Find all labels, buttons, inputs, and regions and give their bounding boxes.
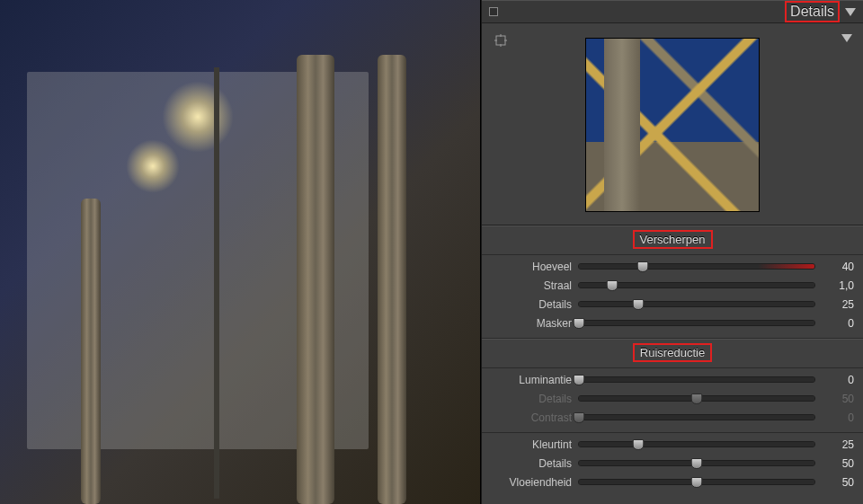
photo-light [162, 81, 234, 153]
preview-collapse-icon[interactable] [841, 34, 852, 42]
slider-red-zone [758, 264, 814, 269]
noise-header: Ruisreductie [482, 340, 863, 368]
detail-preview-thumb[interactable] [585, 38, 760, 212]
noise-color-detail-row: Details 50 [491, 454, 854, 473]
photo-tree [81, 199, 101, 504]
noise-lum-contrast-label: Contrast [491, 411, 572, 424]
noise-title: Ruisreductie [635, 345, 710, 360]
slider-thumb[interactable] [574, 375, 585, 385]
slider-thumb[interactable] [636, 261, 648, 272]
noise-color-tint-row: Kleurtint 25 [491, 435, 854, 454]
sharpen-amount-label: Hoeveel [491, 261, 572, 273]
noise-lum-detail-row: Details 50 [491, 389, 854, 408]
detail-preview-section [482, 23, 863, 225]
noise-color-group: Kleurtint 25 Details 50 Vloeiendheid 50 [482, 433, 863, 497]
sharpen-mask-label: Masker [491, 317, 572, 330]
noise-luminance-group: Luminantie 0 Details 50 Contrast 0 [482, 368, 863, 433]
noise-color-smooth-label: Vloeiendheid [491, 476, 572, 489]
photo-light [126, 139, 180, 193]
sharpen-detail-value[interactable]: 25 [822, 298, 854, 311]
sharpen-detail-slider[interactable] [579, 302, 814, 306]
sharpen-amount-row: Hoeveel 40 [491, 257, 854, 276]
noise-color-tint-value[interactable]: 25 [822, 438, 854, 451]
slider-thumb [691, 393, 703, 404]
sharpen-title: Verscherpen [635, 232, 711, 247]
noise-color-detail-label: Details [491, 457, 572, 470]
preview-tools [493, 32, 509, 49]
details-panel: Details Verscherpen Hoeveel 40 [481, 0, 863, 504]
sharpen-header: Verscherpen [482, 226, 863, 255]
sharpen-detail-label: Details [491, 298, 572, 311]
svg-rect-0 [496, 36, 505, 45]
noise-lum-contrast-slider [579, 415, 814, 420]
noise-lum-contrast-row: Contrast 0 [491, 408, 854, 427]
slider-thumb[interactable] [632, 439, 644, 450]
main-photo-preview[interactable] [0, 0, 481, 504]
noise-luminance-value[interactable]: 0 [822, 374, 854, 386]
noise-color-tint-label: Kleurtint [491, 438, 572, 451]
photo-pole [214, 67, 219, 499]
sharpen-mask-slider[interactable] [579, 321, 814, 325]
noise-section: Ruisreductie Luminantie 0 Details 50 Con… [482, 339, 863, 497]
slider-thumb[interactable] [606, 280, 618, 291]
panel-toggle-switch[interactable] [489, 7, 498, 16]
sharpen-detail-row: Details 25 [491, 295, 854, 314]
sharpen-sliders: Hoeveel 40 Straal 1,0 Details 25 [482, 255, 863, 339]
photo-tree [378, 55, 406, 504]
slider-thumb[interactable] [691, 477, 703, 488]
noise-luminance-slider[interactable] [579, 377, 814, 382]
noise-color-smooth-row: Vloeiendheid 50 [491, 473, 854, 491]
slider-thumb[interactable] [691, 458, 703, 469]
noise-color-detail-slider[interactable] [579, 461, 814, 465]
slider-thumb[interactable] [574, 318, 585, 329]
sharpen-radius-value[interactable]: 1,0 [822, 279, 854, 292]
noise-luminance-label: Luminantie [491, 374, 572, 386]
noise-color-detail-value[interactable]: 50 [822, 457, 854, 470]
sharpen-amount-slider[interactable] [579, 264, 814, 269]
sharpen-section: Verscherpen Hoeveel 40 Straal 1,0 Detail… [482, 225, 863, 339]
sharpen-amount-value[interactable]: 40 [822, 261, 854, 273]
noise-lum-detail-label: Details [491, 393, 572, 405]
collapse-icon[interactable] [845, 8, 856, 16]
noise-luminance-row: Luminantie 0 [491, 370, 854, 389]
noise-lum-contrast-value: 0 [822, 411, 854, 424]
slider-thumb[interactable] [632, 299, 644, 310]
noise-lum-detail-value: 50 [822, 393, 854, 405]
sharpen-radius-slider[interactable] [579, 283, 814, 287]
noise-lum-detail-slider [579, 396, 814, 401]
panel-title: Details [787, 3, 838, 21]
panel-header[interactable]: Details [482, 0, 863, 23]
sharpen-radius-row: Straal 1,0 [491, 276, 854, 295]
sharpen-radius-label: Straal [491, 279, 572, 292]
noise-color-smooth-value[interactable]: 50 [822, 476, 854, 489]
noise-color-smooth-slider[interactable] [579, 480, 814, 484]
sharpen-mask-value[interactable]: 0 [822, 317, 854, 330]
target-picker-icon[interactable] [493, 32, 509, 49]
panel-header-right: Details [787, 3, 856, 21]
sharpen-mask-row: Masker 0 [491, 314, 854, 332]
slider-thumb [574, 412, 585, 423]
photo-tree [297, 55, 334, 504]
noise-color-tint-slider[interactable] [579, 442, 814, 447]
